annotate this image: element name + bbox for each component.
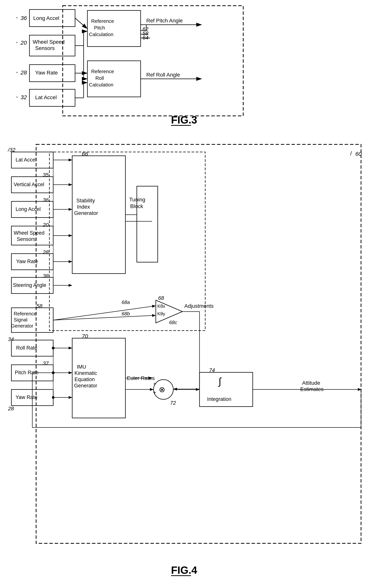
svg-text:Long Accel: Long Accel [33, 15, 59, 21]
svg-text:Pitch: Pitch [94, 25, 105, 30]
svg-point-148 [52, 371, 54, 374]
svg-text:Calculation: Calculation [89, 82, 114, 87]
svg-text:68a: 68a [122, 299, 130, 305]
svg-text:+: + [153, 381, 156, 387]
svg-text:Sensors: Sensors [17, 236, 36, 242]
svg-text:Index: Index [77, 204, 90, 210]
svg-text:28: 28 [8, 406, 14, 412]
svg-text:36: 36 [43, 197, 49, 203]
svg-text:32: 32 [20, 94, 27, 100]
svg-text:-: - [16, 14, 18, 20]
svg-text:Long Accel: Long Accel [16, 206, 41, 212]
svg-text:Yaw Rate: Yaw Rate [16, 394, 38, 400]
svg-text:/: / [350, 150, 352, 156]
svg-text:+: + [153, 390, 156, 395]
svg-text:70: 70 [82, 333, 88, 339]
svg-text:Roll Rate: Roll Rate [16, 345, 37, 351]
svg-text:Adjustments: Adjustments [184, 303, 214, 309]
svg-text:FIG.3: FIG.3 [171, 114, 197, 126]
svg-text:66: 66 [82, 151, 88, 157]
svg-point-122 [52, 347, 54, 349]
svg-line-7 [75, 18, 87, 28]
svg-text:Wheel Speed: Wheel Speed [33, 39, 64, 45]
svg-text:Integration: Integration [207, 396, 232, 402]
svg-text:Reference: Reference [91, 18, 114, 24]
svg-text:Equation: Equation [74, 377, 95, 382]
svg-text:64: 64 [142, 35, 148, 41]
svg-text:34: 34 [8, 336, 14, 342]
svg-text:IMU: IMU [77, 364, 86, 370]
svg-text:Kθx: Kθx [157, 304, 165, 309]
svg-text:FIG.4: FIG.4 [171, 564, 197, 576]
svg-text:68b: 68b [122, 311, 130, 317]
svg-text:Yaw Rate: Yaw Rate [16, 259, 38, 264]
svg-point-124 [52, 396, 54, 399]
svg-text:Attitude: Attitude [302, 380, 320, 386]
svg-text:Generator: Generator [74, 383, 97, 389]
svg-text:∫: ∫ [218, 376, 222, 387]
svg-text:Roll: Roll [96, 75, 104, 81]
svg-text:Kinematic: Kinematic [74, 370, 97, 376]
svg-text:60: 60 [355, 151, 362, 157]
svg-text:38: 38 [43, 273, 49, 279]
svg-text:Lat Accel: Lat Accel [35, 94, 57, 100]
svg-text:35: 35 [43, 172, 49, 178]
svg-text:72: 72 [170, 400, 176, 406]
svg-text:68: 68 [158, 295, 164, 301]
svg-text:⊗: ⊗ [159, 385, 165, 394]
svg-text:/32: /32 [8, 147, 16, 153]
svg-text:Vertical Accel: Vertical Accel [14, 182, 44, 187]
svg-text:Tuning: Tuning [129, 197, 145, 202]
svg-text:Ref Roll Angle: Ref Roll Angle [146, 72, 180, 78]
svg-text:Stability: Stability [76, 198, 95, 203]
svg-text:Ref Pitch Angle: Ref Pitch Angle [146, 18, 182, 23]
svg-text:36: 36 [20, 15, 27, 21]
svg-text:37: 37 [43, 360, 49, 366]
svg-text:28: 28 [42, 249, 49, 255]
svg-text:Estimates: Estimates [300, 386, 324, 392]
svg-text:Generator: Generator [74, 210, 98, 216]
diagram-container: 36 - Long Accel 20 - Wheel Speed Sensors… [0, 0, 392, 584]
svg-text:Signal: Signal [14, 317, 27, 323]
svg-text:-: - [16, 39, 18, 45]
svg-text:Sensors: Sensors [35, 45, 55, 51]
svg-text:68c: 68c [169, 320, 177, 325]
svg-text:Lat Accel: Lat Accel [16, 157, 36, 163]
svg-text:Steering Angle: Steering Angle [13, 282, 46, 288]
svg-text:Generator: Generator [11, 323, 33, 329]
svg-text:Calculation: Calculation [89, 31, 114, 37]
svg-text:Wheel Speed: Wheel Speed [14, 230, 44, 236]
svg-text:Reference: Reference [14, 311, 36, 317]
svg-text:58: 58 [36, 303, 42, 309]
svg-text:28: 28 [20, 69, 27, 76]
svg-text:Reference: Reference [91, 68, 114, 74]
svg-text:Yaw Rate: Yaw Rate [35, 70, 58, 76]
svg-text:Kθy: Kθy [157, 311, 165, 316]
svg-text:20: 20 [20, 39, 27, 46]
svg-text:-: - [16, 93, 18, 100]
svg-text:-: - [16, 69, 18, 75]
svg-text:74: 74 [209, 367, 215, 373]
svg-text:20: 20 [42, 222, 49, 228]
